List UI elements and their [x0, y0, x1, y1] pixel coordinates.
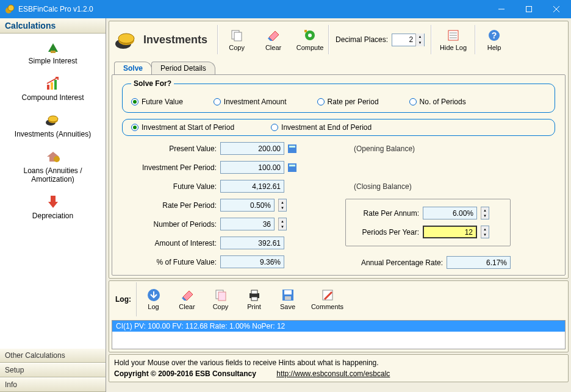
- maximize-button[interactable]: [515, 0, 542, 18]
- website-link[interactable]: http://www.esbconsult.com/esbcalc: [276, 369, 390, 378]
- spin-up[interactable]: ▲: [415, 34, 424, 40]
- spin-down[interactable]: ▼: [481, 213, 489, 219]
- radio-end-of-period[interactable]: Investment at End of Period: [271, 123, 372, 132]
- coins-icon: [114, 29, 138, 50]
- annual-box: Rate Per Annum:▲▼ Periods Per Year:▲▼: [345, 199, 511, 246]
- download-icon: [147, 288, 160, 302]
- spin-up[interactable]: ▲: [481, 226, 489, 232]
- radio-future-value[interactable]: Future Value: [131, 98, 183, 106]
- log-button[interactable]: Log: [137, 288, 170, 310]
- sidebar: Calculations Simple Interest Compound In…: [0, 18, 106, 392]
- decimal-places-field[interactable]: [392, 35, 415, 44]
- svg-rect-37: [251, 290, 257, 294]
- spin-down[interactable]: ▼: [278, 224, 286, 230]
- help-icon: ?: [486, 28, 502, 43]
- solve-tab-body: Solve For? Future Value Investment Amoun…: [112, 74, 566, 276]
- svg-rect-19: [234, 32, 242, 41]
- svg-rect-38: [251, 297, 257, 301]
- rate-per-period-input[interactable]: [220, 199, 275, 212]
- calc-list: Simple Interest Compound Interest Invest…: [0, 34, 106, 348]
- periods-per-year-input[interactable]: [423, 226, 477, 238]
- main-area: Investments Copy Clear Compute Decimal P…: [106, 18, 571, 392]
- sidebar-header: Calculations: [0, 18, 106, 34]
- timing-group: Investment at Start of Period Investment…: [122, 119, 555, 136]
- help-button[interactable]: ?Help: [476, 23, 512, 57]
- sidebar-item-label: Simple Interest: [28, 57, 77, 65]
- label-future-value: Future Value:: [122, 182, 217, 191]
- log-clear-button[interactable]: Clear: [170, 288, 204, 310]
- spin-up[interactable]: ▲: [481, 207, 489, 213]
- decimal-places-input[interactable]: ▲▼: [392, 34, 425, 46]
- spin-down[interactable]: ▼: [415, 40, 424, 46]
- svg-point-1: [8, 5, 14, 11]
- radio-no-of-periods[interactable]: No. of Periods: [409, 98, 466, 106]
- present-value-input[interactable]: [220, 142, 284, 155]
- copyright-text: Copyright © 2009-2016 ESB Consultancy: [114, 369, 256, 378]
- calculator-icon[interactable]: [288, 163, 296, 172]
- copy-icon: [229, 28, 245, 43]
- toolbar: Investments Copy Clear Compute Decimal P…: [109, 21, 568, 58]
- hide-log-button[interactable]: Hide Log: [432, 23, 475, 57]
- close-button[interactable]: [542, 0, 570, 18]
- sidebar-section-other[interactable]: Other Calculations: [0, 348, 106, 363]
- tab-period-details[interactable]: Period Details: [151, 62, 215, 74]
- svg-rect-40: [284, 290, 292, 294]
- sidebar-section-info[interactable]: Info: [0, 377, 106, 392]
- svg-point-17: [118, 34, 134, 43]
- sidebar-item-investments[interactable]: Investments (Annuities): [0, 107, 106, 143]
- copy-button[interactable]: Copy: [218, 23, 255, 57]
- svg-rect-14: [51, 196, 56, 202]
- rate-per-annum-input[interactable]: [423, 207, 477, 219]
- investment-per-period-input[interactable]: [220, 161, 284, 174]
- spin-down[interactable]: ▼: [481, 232, 489, 238]
- save-icon: [281, 288, 295, 302]
- log-comments-button[interactable]: Comments: [304, 288, 350, 310]
- percent-future-value-input[interactable]: [220, 255, 284, 268]
- sidebar-section-setup[interactable]: Setup: [0, 363, 106, 377]
- radio-dot-icon: [214, 98, 221, 105]
- money-up-icon: [45, 40, 62, 54]
- radio-dot-icon: [317, 98, 325, 105]
- radio-dot-icon: [271, 124, 278, 131]
- sidebar-item-depreciation[interactable]: Depreciation: [0, 188, 106, 225]
- clear-button[interactable]: Clear: [255, 23, 292, 57]
- sidebar-item-label: Investments (Annuities): [15, 130, 91, 138]
- sidebar-item-simple-interest[interactable]: Simple Interest: [0, 34, 106, 70]
- future-value-input[interactable]: [220, 180, 284, 193]
- compute-button[interactable]: Compute: [292, 23, 328, 57]
- svg-point-12: [48, 116, 58, 122]
- log-print-button[interactable]: Print: [237, 288, 271, 310]
- svg-rect-41: [285, 296, 291, 300]
- radio-rate-per-period[interactable]: Rate per Period: [317, 98, 379, 106]
- svg-rect-35: [218, 292, 226, 301]
- bar-chart-up-icon: [45, 76, 62, 91]
- svg-rect-22: [304, 30, 307, 32]
- number-of-periods-input[interactable]: [220, 218, 275, 230]
- label-rate-per-period: Rate Per Period:: [122, 201, 217, 210]
- log-line: CI(1) PV: 100.00 FV: 112.68 Rate: 1.00% …: [112, 321, 565, 332]
- spin-down[interactable]: ▼: [278, 205, 286, 212]
- calculator-icon[interactable]: [288, 144, 296, 153]
- apr-input[interactable]: [447, 256, 511, 269]
- amount-of-interest-input[interactable]: [220, 237, 284, 249]
- note-icon: [321, 288, 334, 302]
- radio-start-of-period[interactable]: Investment at Start of Period: [131, 123, 234, 132]
- svg-text:?: ?: [492, 30, 497, 40]
- label-number-of-periods: Number of Periods:: [122, 220, 217, 229]
- log-output[interactable]: CI(1) PV: 100.00 FV: 112.68 Rate: 1.00% …: [112, 320, 566, 349]
- radio-dot-icon: [409, 98, 417, 105]
- log-copy-button[interactable]: Copy: [204, 288, 237, 310]
- sidebar-item-loans[interactable]: Loans (Annuities / Amortization): [0, 143, 106, 188]
- log-label: Log:: [110, 282, 137, 316]
- tab-solve[interactable]: Solve: [114, 62, 152, 74]
- solve-for-group: Solve For? Future Value Investment Amoun…: [122, 84, 555, 113]
- page-title: Investments: [143, 34, 207, 46]
- minimize-button[interactable]: [487, 0, 515, 18]
- sidebar-item-compound-interest[interactable]: Compound Interest: [0, 70, 106, 107]
- log-save-button[interactable]: Save: [271, 288, 304, 310]
- radio-investment-amount[interactable]: Investment Amount: [214, 98, 287, 106]
- spin-up[interactable]: ▲: [278, 218, 286, 224]
- label-present-value: Present Value:: [122, 144, 217, 153]
- spin-up[interactable]: ▲: [278, 199, 286, 205]
- label-apr: Annual Percentage Rate:: [345, 258, 443, 267]
